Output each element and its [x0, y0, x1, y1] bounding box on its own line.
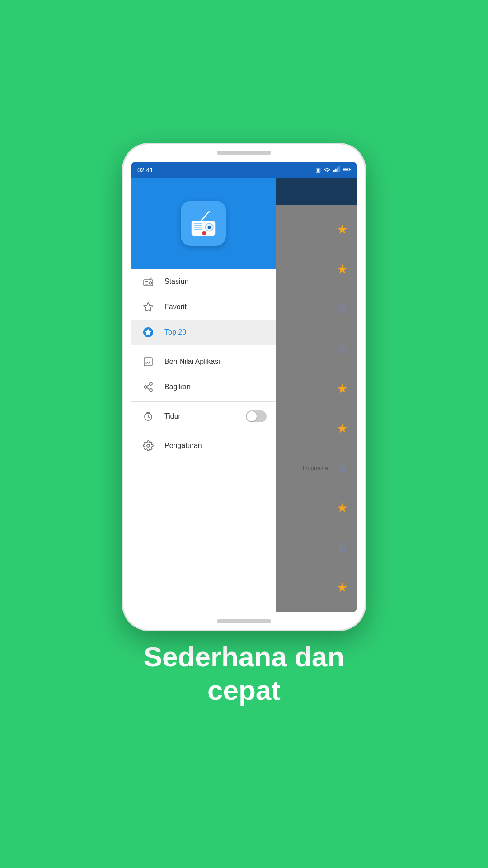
station-row-2: ★	[285, 257, 348, 282]
star-filled-icon: ★	[337, 500, 348, 515]
star-outline-icon	[140, 299, 156, 315]
phone-frame: 02.41 ▣	[122, 143, 366, 631]
settings-icon	[140, 438, 156, 454]
svg-rect-24	[144, 358, 152, 366]
phone-top-notch	[217, 151, 271, 155]
svg-rect-5	[343, 168, 348, 170]
menu-item-top20[interactable]: Top 20	[131, 320, 276, 345]
svg-line-7	[202, 211, 210, 220]
svg-rect-12	[194, 229, 202, 230]
star-filled-icon: ★	[337, 381, 348, 396]
menu-item-settings[interactable]: Pengaturan	[131, 433, 276, 458]
rate-label: Beri Nilai Aplikasi	[164, 358, 220, 366]
svg-point-15	[202, 231, 206, 235]
tagline-line1: Sederhana dan	[144, 641, 344, 672]
section-divider-1	[131, 347, 276, 347]
svg-rect-3	[338, 166, 340, 172]
svg-point-27	[150, 389, 152, 392]
share-label: Bagikan	[164, 383, 191, 391]
section-divider-3	[131, 431, 276, 431]
star-filled-icon: ★	[337, 222, 348, 237]
navigation-drawer: Stasiun Favorit	[131, 178, 276, 612]
star-filled-icon: ★	[337, 262, 348, 277]
station-row-6: ★	[285, 416, 348, 441]
svg-rect-2	[337, 167, 338, 172]
station-row-1: ★	[285, 217, 348, 242]
svg-rect-0	[333, 170, 335, 172]
status-bar: 02.41 ▣	[131, 162, 357, 178]
star-outline-icon: ☆	[337, 461, 348, 476]
phone-bottom-bar	[217, 619, 271, 623]
svg-rect-17	[144, 280, 153, 286]
wifi-icon	[324, 166, 331, 174]
notification-icon: ▣	[315, 166, 321, 173]
app-content: Stasiun Favorit	[131, 178, 357, 612]
section-divider-2	[131, 401, 276, 402]
menu-item-stasiun[interactable]: Stasiun	[131, 269, 276, 294]
station-row-4: ☆	[285, 336, 348, 362]
radio-icon	[140, 274, 156, 290]
svg-line-28	[147, 384, 150, 386]
main-content-behind: ★ ★ ☆ ☆ ★	[276, 178, 357, 612]
svg-point-31	[147, 444, 150, 447]
rate-icon	[140, 354, 156, 370]
svg-point-26	[144, 386, 147, 388]
star-filled-icon: ★	[337, 580, 348, 595]
svg-rect-1	[335, 168, 337, 172]
main-header-bar	[276, 178, 357, 205]
drawer-menu: Stasiun Favorit	[131, 269, 276, 612]
svg-rect-19	[145, 283, 148, 283]
status-icons: ▣	[315, 166, 351, 174]
top20-label: Top 20	[164, 328, 186, 336]
top20-icon	[140, 324, 156, 340]
station-row-7: Indonesia ☆	[285, 456, 348, 481]
star-filled-icon: ★	[337, 421, 348, 436]
settings-label: Pengaturan	[164, 442, 202, 450]
screen: 02.41 ▣	[131, 162, 357, 612]
menu-item-share[interactable]: Bagikan	[131, 374, 276, 400]
svg-point-25	[150, 382, 152, 385]
menu-item-sleep[interactable]: Tidur	[131, 404, 276, 429]
star-outline-icon: ☆	[337, 540, 348, 555]
star-outline-icon: ☆	[337, 341, 348, 356]
sleep-toggle[interactable]	[246, 410, 267, 422]
status-time: 02.41	[137, 166, 153, 174]
app-logo-icon	[188, 208, 219, 239]
station-row-5: ★	[285, 376, 348, 401]
star-outline-icon: ☆	[337, 302, 348, 316]
menu-item-rate[interactable]: Beri Nilai Aplikasi	[131, 349, 276, 374]
sleep-toggle-container[interactable]	[246, 410, 267, 422]
battery-icon	[343, 166, 351, 174]
station-row-8: ★	[285, 495, 348, 521]
app-icon-container	[181, 201, 226, 246]
timer-icon	[140, 408, 156, 425]
station-star-list: ★ ★ ☆ ☆ ★	[276, 205, 357, 612]
svg-rect-20	[145, 284, 148, 285]
svg-point-14	[208, 226, 211, 229]
signal-icon	[333, 166, 340, 174]
svg-point-21	[149, 282, 152, 284]
tagline-section: Sederhana dan cepat	[117, 640, 371, 708]
tagline-text: Sederhana dan cepat	[144, 640, 344, 708]
svg-rect-10	[194, 225, 202, 226]
indonesia-label: Indonesia	[303, 465, 328, 472]
svg-rect-11	[194, 226, 202, 227]
favorit-label: Favorit	[164, 303, 187, 311]
phone-device: 02.41 ▣	[122, 143, 366, 631]
stasiun-label: Stasiun	[164, 278, 188, 286]
svg-point-16	[206, 231, 210, 235]
tagline-line2: cepat	[207, 675, 281, 706]
svg-line-29	[147, 387, 150, 389]
menu-item-favorit[interactable]: Favorit	[131, 294, 276, 320]
toggle-thumb	[247, 411, 257, 421]
drawer-header	[131, 178, 276, 269]
station-row-3: ☆	[285, 297, 348, 322]
svg-rect-9	[194, 223, 202, 224]
station-row-9: ☆	[285, 535, 348, 561]
svg-rect-6	[350, 169, 351, 170]
svg-rect-18	[145, 281, 148, 282]
share-icon	[140, 379, 156, 395]
station-row-10: ★	[285, 575, 348, 600]
sleep-label: Tidur	[164, 412, 181, 420]
